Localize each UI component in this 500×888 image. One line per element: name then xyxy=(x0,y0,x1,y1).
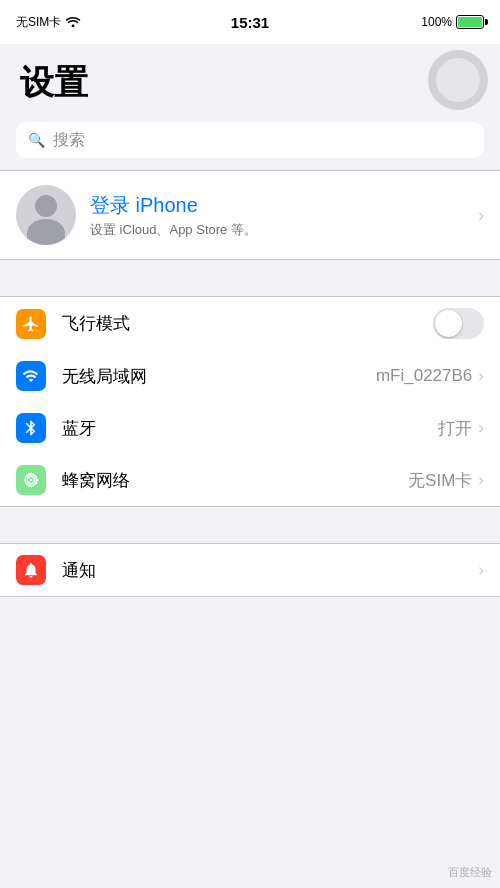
search-placeholder: 搜索 xyxy=(53,130,85,151)
cellular-label: 蜂窝网络 xyxy=(62,469,408,492)
cellular-chevron-icon: › xyxy=(478,470,484,490)
avatar-figure xyxy=(16,185,76,245)
bluetooth-label: 蓝牙 xyxy=(62,417,438,440)
settings-item-airplane[interactable]: 飞行模式 xyxy=(0,297,500,350)
notifications-icon-box xyxy=(16,555,46,585)
cellular-value: 无SIM卡 xyxy=(408,469,472,492)
battery-icon xyxy=(456,15,484,29)
wifi-icon-box xyxy=(16,361,46,391)
bluetooth-icon-box xyxy=(16,413,46,443)
settings-item-notifications[interactable]: 通知 › xyxy=(0,544,500,596)
profile-text: 登录 iPhone 设置 iCloud、App Store 等。 xyxy=(90,192,464,239)
wifi-chevron-icon: › xyxy=(478,366,484,386)
search-container: 🔍 搜索 xyxy=(0,114,500,170)
search-icon: 🔍 xyxy=(28,132,45,148)
wifi-value: mFi_0227B6 xyxy=(376,366,472,386)
section-divider-1 xyxy=(0,260,500,296)
settings-title-bar: 设置 xyxy=(0,44,500,114)
camera-button[interactable] xyxy=(428,50,488,110)
search-bar[interactable]: 🔍 搜索 xyxy=(16,122,484,158)
settings-group-main: 飞行模式 无线局域网 mFi_0227B6 › 蓝牙 打开 › xyxy=(0,296,500,507)
airplane-label: 飞行模式 xyxy=(62,312,433,335)
settings-group-notifications: 通知 › xyxy=(0,543,500,597)
notifications-label: 通知 xyxy=(62,559,478,582)
status-left: 无SIM卡 xyxy=(16,14,81,31)
avatar-body xyxy=(27,219,65,245)
airplane-icon-box xyxy=(16,309,46,339)
status-right: 100% xyxy=(421,15,484,29)
bluetooth-value: 打开 xyxy=(438,417,472,440)
airplane-toggle[interactable] xyxy=(433,308,484,339)
profile-section[interactable]: 登录 iPhone 设置 iCloud、App Store 等。 › xyxy=(0,170,500,260)
avatar-head xyxy=(35,195,57,217)
bluetooth-chevron-icon: › xyxy=(478,418,484,438)
camera-button-inner xyxy=(436,58,480,102)
avatar xyxy=(16,185,76,245)
settings-item-cellular[interactable]: 蜂窝网络 无SIM卡 › xyxy=(0,454,500,506)
page-title: 设置 xyxy=(20,60,480,106)
status-bar: 无SIM卡 15:31 100% xyxy=(0,0,500,44)
settings-item-wifi[interactable]: 无线局域网 mFi_0227B6 › xyxy=(0,350,500,402)
sim-status: 无SIM卡 xyxy=(16,14,61,31)
profile-login-text: 登录 iPhone xyxy=(90,192,464,219)
status-time: 15:31 xyxy=(231,14,269,31)
settings-item-bluetooth[interactable]: 蓝牙 打开 › xyxy=(0,402,500,454)
section-divider-2 xyxy=(0,507,500,543)
notifications-chevron-icon: › xyxy=(478,560,484,580)
profile-subtitle: 设置 iCloud、App Store 等。 xyxy=(90,221,464,239)
cellular-icon-box xyxy=(16,465,46,495)
toggle-thumb xyxy=(435,310,462,337)
profile-chevron-icon: › xyxy=(478,205,484,226)
battery-percent: 100% xyxy=(421,15,452,29)
svg-point-1 xyxy=(30,479,33,482)
watermark: 百度经验 xyxy=(448,865,492,880)
wifi-icon xyxy=(65,15,81,30)
wifi-label: 无线局域网 xyxy=(62,365,376,388)
